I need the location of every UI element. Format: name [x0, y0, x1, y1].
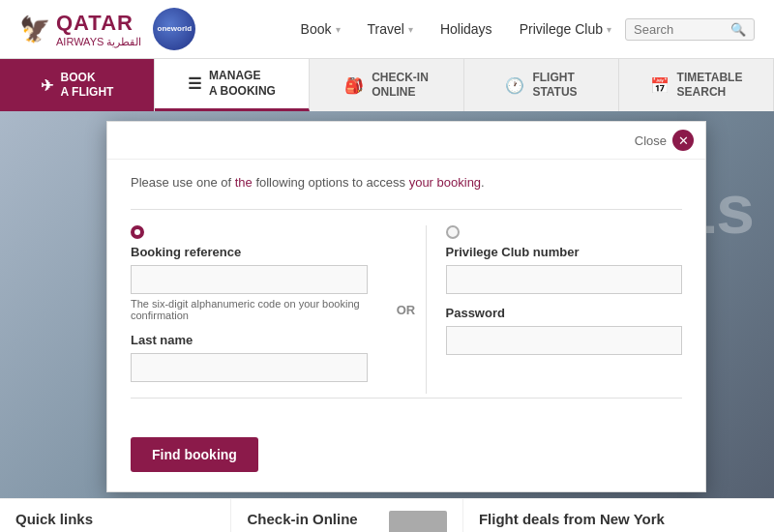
tab-check-in[interactable]: 🎒 CHECK-IN ONLINE	[310, 59, 464, 111]
modal-header: Close ✕	[107, 122, 705, 160]
modal-intro: Please use one of the following options …	[131, 175, 682, 190]
chevron-icon: ▾	[336, 24, 341, 35]
highlight-booking: your booking	[409, 175, 481, 190]
nav-links: Book ▾ Travel ▾ Holidays Privilege Club …	[287, 15, 755, 43]
nav-travel[interactable]: Travel ▾	[354, 15, 427, 43]
nav-privilege-club[interactable]: Privilege Club ▾	[506, 15, 625, 43]
check-in-text-area: Check-in Online Enhance your airport exp…	[247, 511, 378, 532]
close-area[interactable]: Close ✕	[635, 130, 694, 151]
quick-links-section: Quick links Travel alerts Subscribe to o…	[0, 499, 231, 532]
tab-bar: ✈ BOOK A FLIGHT ☰ MANAGE A BOOKING 🎒 CHE…	[0, 59, 774, 111]
modal-footer: Find booking	[107, 437, 705, 491]
form-col-right: Privilege Club number Password	[426, 225, 683, 394]
calendar-icon: 📅	[650, 76, 670, 95]
booking-ref-group: Booking reference The six-digit alphanum…	[131, 245, 368, 321]
check-in-title: Check-in Online	[247, 511, 378, 527]
deals-title: Flight deals from New York	[479, 511, 759, 527]
manage-booking-modal: Close ✕ Please use one of the following …	[106, 121, 706, 492]
radio-booking-ref[interactable]	[131, 225, 144, 239]
search-icon: 🔍	[730, 22, 746, 37]
form-columns: Booking reference The six-digit alphanum…	[131, 225, 682, 394]
or-divider: OR	[387, 225, 426, 394]
password-group: Password	[446, 306, 683, 355]
privilege-group: Privilege Club number	[446, 245, 683, 294]
manage-icon: ☰	[188, 74, 201, 93]
radio-row-right	[446, 225, 683, 239]
oneworld-badge: oneworld	[153, 8, 195, 50]
radio-inner	[134, 229, 140, 235]
chevron-icon: ▾	[408, 24, 413, 35]
logo-text-block: QATAR AIRWAYS القطرية	[56, 11, 141, 48]
header: 🦅 QATAR AIRWAYS القطرية oneworld Book ▾ …	[0, 0, 774, 59]
logo-qatar: QATAR	[56, 11, 134, 35]
last-name-group: Last name	[131, 333, 368, 382]
privilege-label: Privilege Club number	[446, 245, 683, 259]
check-in-section: Check-in Online Enhance your airport exp…	[231, 499, 462, 532]
chevron-icon: ▾	[607, 24, 611, 35]
password-input[interactable]	[446, 326, 683, 355]
booking-ref-label: Booking reference	[131, 245, 368, 259]
logo-area: 🦅 QATAR AIRWAYS القطرية oneworld	[19, 8, 195, 50]
divider	[131, 209, 682, 210]
nav-book[interactable]: Book ▾	[287, 15, 354, 43]
highlight-the: the	[235, 175, 253, 190]
search-box[interactable]: 🔍	[625, 18, 755, 41]
privilege-input[interactable]	[446, 265, 683, 294]
search-input[interactable]	[634, 22, 730, 37]
tab-manage-booking[interactable]: ☰ MANAGE A BOOKING	[155, 59, 310, 111]
booking-ref-input[interactable]	[131, 265, 368, 294]
find-booking-button[interactable]: Find booking	[131, 437, 258, 472]
form-col-left: Booking reference The six-digit alphanum…	[131, 225, 387, 394]
modal-body: Please use one of the following options …	[107, 160, 705, 437]
clock-icon: 🕐	[505, 76, 524, 95]
password-label: Password	[446, 306, 683, 320]
radio-row-left	[131, 225, 368, 239]
radio-privilege-club[interactable]	[446, 225, 460, 239]
oneworld-label: oneworld	[158, 24, 193, 34]
quick-links-title: Quick links	[15, 511, 215, 527]
tab-flight-status[interactable]: 🕐 FLIGHT STATUS	[464, 59, 619, 111]
bottom-bar: Quick links Travel alerts Subscribe to o…	[0, 498, 774, 532]
close-label: Close	[635, 133, 667, 148]
plane-icon: ✈	[41, 76, 53, 95]
check-in-image-placeholder	[389, 511, 447, 532]
qatar-logo: 🦅 QATAR AIRWAYS القطرية	[19, 11, 141, 48]
logo-airways: AIRWAYS القطرية	[56, 36, 141, 48]
booking-ref-hint: The six-digit alphanumeric code on your …	[131, 298, 368, 321]
divider-bottom	[131, 398, 682, 399]
close-button[interactable]: ✕	[672, 130, 694, 151]
last-name-input[interactable]	[131, 353, 368, 382]
flight-deals-section: Flight deals from New York Chennai Econo…	[463, 499, 774, 532]
checkin-icon: 🎒	[344, 76, 364, 95]
tab-timetable[interactable]: 📅 TIMETABLE SEARCH	[619, 59, 774, 111]
main-area: 1s Close ✕ Please use one of the followi…	[0, 111, 774, 498]
tab-book-flight[interactable]: ✈ BOOK A FLIGHT	[0, 59, 155, 111]
nav-holidays[interactable]: Holidays	[427, 15, 506, 43]
last-name-label: Last name	[131, 333, 368, 347]
bird-icon: 🦅	[19, 15, 50, 44]
